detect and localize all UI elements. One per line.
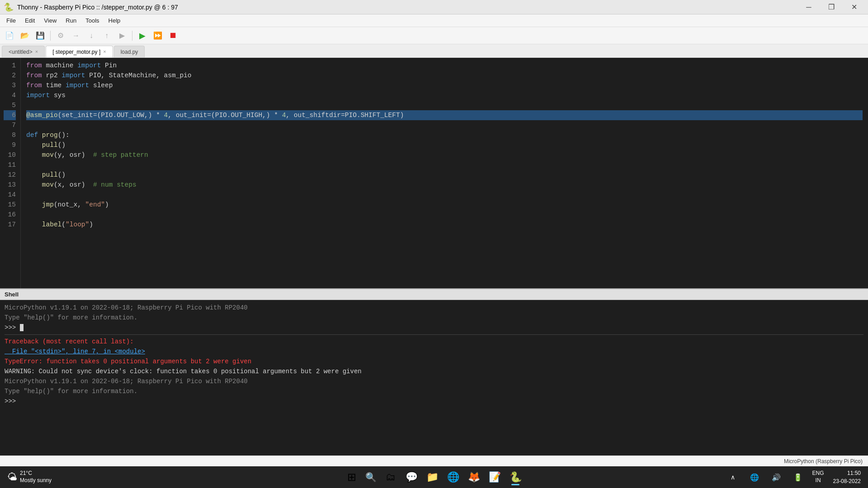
tab-close-stepper-motor[interactable]: × xyxy=(103,49,106,54)
taskbar-file-explorer[interactable]: 🗂 xyxy=(381,468,401,486)
title-text: Thonny - Raspberry Pi Pico :: /stepper_m… xyxy=(17,4,178,11)
line-num-8: 8 xyxy=(4,130,16,140)
taskbar-firefox[interactable]: 🦊 xyxy=(464,468,484,486)
shell-line-2: Type "help()" for more information. xyxy=(5,313,863,323)
taskbar-folder[interactable]: 📁 xyxy=(422,468,442,486)
taskbar-center: ⊞ 🔍 🗂 💬 📁 🌐 🦊 📝 🐍 xyxy=(343,468,525,486)
toolbar: 📄 📂 💾 ⚙ → ↓ ↑ ▶ ▶ ⏩ ⏹ xyxy=(0,27,868,44)
taskbar-edge[interactable]: 🌐 xyxy=(443,468,463,486)
line-numbers: 1 2 3 4 5 6 7 8 9 10 11 12 13 14 15 16 1 xyxy=(0,58,21,288)
run-button[interactable]: ▶ xyxy=(136,29,149,42)
menu-file[interactable]: File xyxy=(2,15,20,26)
shell-area[interactable]: MicroPython v1.19.1 on 2022-06-18; Raspb… xyxy=(0,300,868,455)
menu-run[interactable]: Run xyxy=(61,15,81,26)
line-num-15: 15 xyxy=(4,200,16,210)
taskbar-chevron[interactable]: ∧ xyxy=(724,468,742,486)
language-button[interactable]: ENGIN xyxy=(811,469,826,485)
code-line-10: mov(y, osr) # step pattern xyxy=(26,151,148,159)
taskbar-network-icon[interactable]: 🌐 xyxy=(745,468,764,486)
code-line-1: from machine import Pin xyxy=(26,62,117,69)
line-num-5: 5 xyxy=(4,100,16,110)
line-num-13: 13 xyxy=(4,180,16,190)
shell-file-link[interactable]: File "<stdin>", line 7, in <module> xyxy=(5,347,863,357)
code-editor[interactable]: 1 2 3 4 5 6 7 8 9 10 11 12 13 14 15 16 1 xyxy=(0,58,868,288)
toolbar-separator-1 xyxy=(50,31,51,41)
taskbar-battery-icon[interactable]: 🔋 xyxy=(789,468,807,486)
title-bar-controls: ─ ❐ ✕ xyxy=(798,0,864,14)
taskbar-teams[interactable]: 💬 xyxy=(401,468,421,486)
shell-warning: WARNING: Could not sync device's clock: … xyxy=(5,366,863,376)
code-line-8: def prog(): xyxy=(26,131,70,139)
taskbar-volume-icon[interactable]: 🔊 xyxy=(767,468,785,486)
search-button[interactable]: 🔍 xyxy=(362,468,380,486)
code-container: 1 2 3 4 5 6 7 8 9 10 11 12 13 14 15 16 1 xyxy=(0,58,868,288)
code-lines: from machine import Pin from rp2 import … xyxy=(21,58,868,288)
shell-header: Shell xyxy=(0,288,868,300)
tab-label-load: load.py xyxy=(121,49,138,55)
tab-load[interactable]: load.py xyxy=(114,46,145,57)
code-line-6: @asm_pio(set_init=(PIO.OUT_LOW,) * 4, ou… xyxy=(26,110,863,120)
debug-button: ⚙ xyxy=(54,29,67,42)
title-bar-left: 🐍 Thonny - Raspberry Pi Pico :: /stepper… xyxy=(4,2,178,12)
maximize-button[interactable]: ❐ xyxy=(821,0,842,14)
menu-tools[interactable]: Tools xyxy=(81,15,104,26)
start-button[interactable]: ⊞ xyxy=(343,468,361,486)
minimize-button[interactable]: ─ xyxy=(798,0,819,14)
line-num-9: 9 xyxy=(4,140,16,150)
status-label: MicroPython (Raspberry Pi Pico) xyxy=(784,458,863,465)
line-num-10: 10 xyxy=(4,150,16,160)
shell-line-1: MicroPython v1.19.1 on 2022-06-18; Raspb… xyxy=(5,303,863,313)
clock-time: 11:50 xyxy=(833,469,861,477)
line-num-14: 14 xyxy=(4,190,16,200)
shell-divider xyxy=(5,334,863,335)
tab-stepper-motor[interactable]: [ stepper_motor.py ] × xyxy=(46,46,113,57)
taskbar-thonny[interactable]: 🐍 xyxy=(505,468,525,486)
app-icon: 🐍 xyxy=(4,2,14,12)
shell-prompt-1[interactable]: >>> xyxy=(5,323,863,333)
step-out-button: ↑ xyxy=(100,29,113,42)
weather-temp: 21°C xyxy=(20,470,52,477)
line-num-3: 3 xyxy=(4,80,16,90)
tab-label-stepper-motor: [ stepper_motor.py ] xyxy=(52,49,100,55)
editor-shell-wrapper: 1 2 3 4 5 6 7 8 9 10 11 12 13 14 15 16 1 xyxy=(0,58,868,466)
weather-widget[interactable]: 🌤 21°C Mostly sunny xyxy=(4,470,55,484)
shell-label: Shell xyxy=(5,291,19,298)
weather-icon: 🌤 xyxy=(7,471,17,483)
new-file-button[interactable]: 📄 xyxy=(3,29,16,42)
tab-label-untitled: <untitled> xyxy=(9,49,33,55)
menu-view[interactable]: View xyxy=(39,15,61,26)
stop-button[interactable]: ⏹ xyxy=(166,29,180,42)
shell-prompt-2[interactable]: >>> xyxy=(5,396,863,406)
save-file-button[interactable]: 💾 xyxy=(33,29,47,42)
code-line-13: mov(x, osr) # num steps xyxy=(26,181,137,188)
run-script-button[interactable]: ⏩ xyxy=(151,29,165,42)
title-bar: 🐍 Thonny - Raspberry Pi Pico :: /stepper… xyxy=(0,0,868,14)
menu-help[interactable]: Help xyxy=(104,15,125,26)
main-content: 🐍 Thonny - Raspberry Pi Pico :: /stepper… xyxy=(0,0,868,466)
close-button[interactable]: ✕ xyxy=(844,0,864,14)
taskbar-word[interactable]: 📝 xyxy=(485,468,505,486)
line-num-2: 2 xyxy=(4,70,16,80)
shell-type-error: TypeError: function takes 0 positional a… xyxy=(5,357,863,366)
line-num-12: 12 xyxy=(4,170,16,180)
step-over-button: → xyxy=(69,29,83,42)
menu-bar: File Edit View Run Tools Help xyxy=(0,14,868,27)
code-line-9: pull() xyxy=(26,141,66,149)
taskbar: 🌤 21°C Mostly sunny ⊞ 🔍 🗂 💬 📁 🌐 🦊 📝 🐍 ∧ … xyxy=(0,466,868,488)
line-num-16: 16 xyxy=(4,210,16,220)
code-line-17: label("loop") xyxy=(26,221,93,228)
clock-date: 23-08-2022 xyxy=(833,477,861,485)
tab-untitled[interactable]: <untitled> × xyxy=(2,46,45,57)
line-num-1: 1 xyxy=(4,61,16,70)
open-file-button[interactable]: 📂 xyxy=(18,29,32,42)
step-into-button: ↓ xyxy=(85,29,98,42)
system-clock[interactable]: 11:50 23-08-2022 xyxy=(830,469,864,485)
line-num-7: 7 xyxy=(4,120,16,130)
code-line-2: from rp2 import PIO, StateMachine, asm_p… xyxy=(26,72,192,79)
menu-edit[interactable]: Edit xyxy=(20,15,39,26)
toolbar-separator-2 xyxy=(132,31,132,41)
shell-cursor xyxy=(20,324,24,331)
weather-text: 21°C Mostly sunny xyxy=(20,470,52,484)
tab-close-untitled[interactable]: × xyxy=(35,49,38,54)
status-bar: MicroPython (Raspberry Pi Pico) xyxy=(0,455,868,466)
